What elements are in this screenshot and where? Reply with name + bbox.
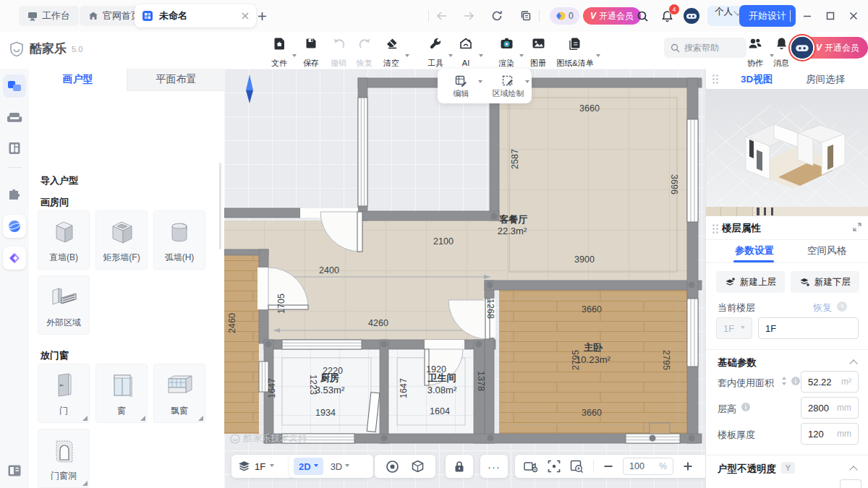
tool-card-arc-wall[interactable]: 弧墙(H) (153, 210, 205, 270)
restore-link[interactable]: 恢复 (813, 301, 832, 314)
notification-bell-icon[interactable]: 4 (660, 9, 674, 23)
help-search-input[interactable]: 搜索帮助 (664, 38, 746, 58)
tab-room-select[interactable]: 房间选择 (806, 73, 845, 86)
title-bar: 工作台 官网首页 未命名 0 V 开通会员 4 (0, 0, 868, 33)
drawings-icon (569, 37, 582, 50)
zoom-out-button[interactable] (603, 461, 613, 471)
tools-menu-button[interactable]: 工具 (420, 35, 451, 67)
minimize-button[interactable] (800, 9, 814, 23)
nav-back-icon[interactable] (435, 9, 449, 23)
display-options (375, 455, 435, 478)
start-design-button[interactable]: 开始设计 (739, 5, 796, 27)
tool-card-rect-wall[interactable]: 矩形墙(F) (95, 210, 148, 270)
floor-name-input[interactable]: 1F (758, 317, 859, 339)
rail-furnish-tool[interactable] (3, 106, 26, 129)
tab-space-style[interactable]: 空间风格 (807, 244, 846, 257)
tool-card-outer-area[interactable]: 外部区域 (38, 275, 90, 335)
door-icon (47, 370, 80, 402)
section-draw-room[interactable]: 画房间 (41, 196, 69, 209)
floor-label: 1F (255, 461, 265, 472)
tab-param-settings[interactable]: 参数设置 (735, 244, 774, 257)
expand-icon[interactable] (853, 223, 861, 231)
tab-document-active[interactable]: 未命名 (135, 4, 256, 27)
tab-plane-layout[interactable]: 平面布置 (127, 69, 225, 91)
info-icon[interactable] (741, 402, 751, 412)
rail-panel-toggle[interactable] (3, 459, 26, 482)
floor-select-dropdown[interactable]: 1F (716, 317, 752, 339)
new-tab-button[interactable] (255, 9, 269, 23)
tab-draw-floorplan[interactable]: 画户型 (29, 69, 127, 90)
chevron-up-icon[interactable] (849, 359, 857, 367)
visibility-eye-button[interactable] (386, 460, 399, 474)
floorplan-canvas[interactable]: 3660 2587 3696 3900 2100 2400 4260 2460 … (224, 69, 705, 488)
rail-plugins[interactable] (3, 183, 26, 206)
drag-handle-icon[interactable] (712, 224, 718, 234)
search-icon[interactable] (635, 9, 650, 23)
rail-custom-cabinet-tool[interactable] (3, 137, 26, 160)
add-lower-floor-button[interactable]: 新建下层 (791, 271, 859, 293)
floorplan-drawing: 3660 2587 3696 3900 2100 2400 4260 2460 … (224, 69, 705, 488)
file-menu-button[interactable]: 文件 (263, 35, 295, 67)
undo-icon (332, 37, 346, 49)
center-focus-button[interactable] (548, 460, 561, 473)
dim-label: 3660 (579, 103, 600, 114)
ai-menu-button[interactable]: AI (450, 35, 482, 67)
rail-app-purple[interactable] (3, 247, 26, 270)
dim-label: 3660 (582, 408, 602, 418)
orbit-cube-button[interactable] (411, 460, 425, 474)
zoom-in-button[interactable] (683, 461, 693, 471)
section-import-floorplan[interactable]: 导入户型 (41, 174, 78, 187)
region-draw-button[interactable]: 区域绘制 (485, 69, 532, 103)
drag-handle-icon[interactable] (712, 74, 718, 84)
inner-area-input[interactable]: 52.22 m² (801, 371, 859, 393)
refresh-icon[interactable] (490, 9, 504, 23)
info-icon[interactable] (791, 376, 801, 386)
drawings-list-button[interactable]: 图纸&清单 (551, 35, 599, 67)
rail-app-blue[interactable] (3, 215, 26, 238)
sort-updown-icon[interactable] (780, 376, 788, 386)
floor-switcher[interactable]: 1F (231, 455, 295, 478)
floor-height-input[interactable]: 2800 mm (801, 397, 859, 419)
maximize-button[interactable] (823, 9, 838, 23)
render-button[interactable]: 渲染 (490, 35, 522, 67)
tab-document-label: 未命名 (159, 9, 187, 22)
close-tab-icon[interactable] (242, 12, 249, 20)
panel-scrollbar[interactable] (219, 163, 221, 249)
album-icon (532, 37, 545, 50)
dim-label: 1934 (315, 408, 336, 418)
tool-card-opening[interactable]: 门窗洞 (38, 429, 90, 488)
vip-upgrade-button[interactable]: V 开通会员 (583, 7, 641, 25)
mode-2d-button[interactable]: 2D (294, 458, 323, 475)
album-button[interactable]: 图册 (522, 35, 554, 67)
view-settings-button[interactable] (524, 461, 538, 473)
assistant-avatar[interactable] (683, 7, 700, 25)
more-options-button[interactable]: ··· (480, 455, 508, 478)
section-doors-windows[interactable]: 放门窗 (41, 349, 69, 362)
nav-forward-icon[interactable] (461, 9, 476, 23)
zoom-level-input[interactable]: 100 % (623, 458, 673, 475)
mode-3d-button[interactable]: 3D (331, 461, 350, 472)
dim-label: 2400 (319, 265, 339, 275)
tab-workbench[interactable]: 工作台 (19, 6, 79, 26)
clear-button[interactable]: 清空 (375, 35, 407, 67)
copy-page-icon[interactable] (519, 9, 533, 23)
zoom-to-area-button[interactable] (570, 460, 584, 473)
dim-label: 2460 (227, 313, 237, 333)
tab-3d-view[interactable]: 3D视图 (741, 73, 773, 86)
history-clock-icon[interactable] (836, 301, 848, 312)
caret-icon (314, 464, 318, 469)
3d-preview-viewport[interactable] (706, 89, 868, 207)
user-avatar[interactable] (790, 35, 814, 60)
tool-card-window[interactable]: 窗 (95, 364, 148, 423)
add-upper-floor-button[interactable]: 新建上层 (716, 271, 785, 293)
slab-thickness-input[interactable]: 120 mm (801, 423, 859, 445)
tool-card-bay-window[interactable]: 飘窗 (153, 364, 205, 423)
chevron-up-icon[interactable] (849, 466, 857, 474)
close-button[interactable] (846, 9, 861, 23)
edit-mode-button[interactable]: 编辑 (438, 69, 485, 103)
lock-button[interactable] (446, 455, 473, 478)
rail-floorplan-tool[interactable] (3, 74, 26, 98)
tool-card-door[interactable]: 门 (38, 364, 90, 423)
tool-card-straight-wall[interactable]: 直墙(B) (38, 210, 90, 270)
coin-balance[interactable]: 0 (550, 7, 579, 25)
